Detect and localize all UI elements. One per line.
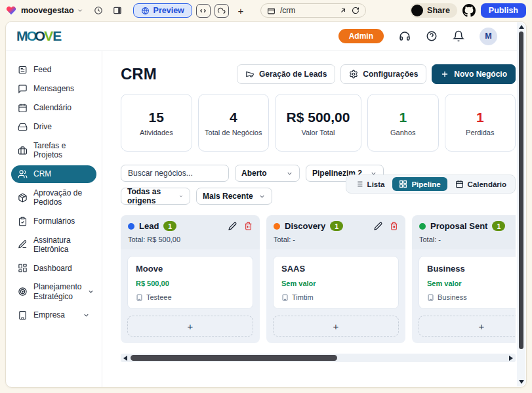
edit-stage-icon[interactable]	[374, 222, 382, 230]
dashboard-icon	[18, 263, 28, 273]
view-list-button[interactable]: Lista	[348, 177, 392, 191]
column-body: Moove R$ 500,00 Testeee +	[121, 249, 260, 343]
building-icon	[427, 294, 434, 301]
sidebar-item-formularios[interactable]: Formulários	[11, 213, 96, 230]
delete-stage-icon[interactable]	[244, 222, 253, 230]
url-path: /crm	[280, 6, 295, 15]
column-header: Discovery 1 Total: -	[266, 215, 405, 249]
sidebar-item-empresa[interactable]: Empresa	[11, 306, 96, 324]
new-deal-button[interactable]: Novo Negócio	[432, 64, 516, 84]
sort-select[interactable]: Mais Recente	[196, 188, 272, 205]
chevron-down-icon	[178, 194, 184, 199]
stat-value: 1	[476, 110, 484, 125]
scroll-down-icon[interactable]	[519, 380, 524, 384]
column-header: Lead 1 Total: R$ 500,00	[121, 215, 260, 249]
share-button[interactable]: Share	[410, 3, 457, 18]
sidebar-item-feed[interactable]: Feed	[11, 61, 96, 79]
sidebar-item-tarefas-projetos[interactable]: Tarefas e Projetos	[11, 137, 96, 164]
calendar-icon	[455, 180, 464, 188]
delete-stage-icon[interactable]	[390, 222, 398, 230]
deal-company-name: Timtim	[292, 293, 314, 301]
building-icon	[136, 294, 143, 301]
status-select[interactable]: Aberto	[235, 165, 300, 182]
deal-card[interactable]: Business Sem valor Business	[419, 256, 516, 309]
clipboard-icon	[18, 217, 28, 226]
new-tab-button[interactable]: +	[235, 5, 247, 16]
stats-row: 15 Atividades 4 Total de Negócios R$ 500…	[121, 94, 516, 152]
project-name: moovegestao	[21, 6, 74, 15]
list-icon	[355, 180, 363, 188]
horizontal-scrollbar[interactable]	[121, 354, 516, 362]
view-calendar-button[interactable]: Calendário	[449, 177, 513, 191]
crm-main: CRM Geração de Leads Configurações Novo …	[102, 51, 526, 387]
refresh-icon[interactable]	[352, 7, 359, 14]
sidebar-item-assinatura-eletronica[interactable]: Assinatura Eletrônica	[11, 232, 96, 259]
vertical-scroll-thumb[interactable]	[519, 31, 523, 349]
add-deal-button[interactable]: +	[419, 316, 516, 337]
url-bar[interactable]: /crm	[260, 3, 366, 18]
stat-label: Atividades	[140, 129, 173, 136]
view-pipeline-button[interactable]: Pipeline	[392, 177, 447, 191]
sidebar-item-dashboard[interactable]: Dashboard	[11, 259, 96, 277]
sidebar-item-crm[interactable]: CRM	[11, 165, 96, 183]
column-body: Business Sem valor Business +	[412, 249, 516, 343]
settings-button[interactable]: Configurações	[340, 64, 426, 84]
user-avatar-initial[interactable]: M	[480, 28, 497, 45]
target-icon	[18, 287, 28, 297]
stat-value: 1	[399, 110, 407, 125]
add-deal-button[interactable]: +	[273, 316, 399, 337]
scroll-right-icon[interactable]	[509, 356, 513, 361]
support-headphones-icon[interactable]	[399, 30, 411, 42]
preview-label: Preview	[153, 6, 184, 15]
sidebar-item-mensagens[interactable]: Mensagens	[11, 80, 96, 98]
builder-top-bar: moovegestao Preview + /crm Share Publish	[0, 0, 532, 21]
cloud-button[interactable]	[215, 4, 229, 18]
settings-label: Configurações	[363, 70, 418, 79]
stat-label: Valor Total	[302, 129, 335, 136]
scroll-left-icon[interactable]	[123, 356, 127, 361]
gear-icon	[349, 70, 358, 79]
project-menu[interactable]: moovegestao	[21, 6, 83, 15]
deal-card[interactable]: Moove R$ 500,00 Testeee	[127, 256, 253, 309]
sidebar-item-drive[interactable]: Drive	[11, 118, 96, 136]
stat-value: 15	[149, 110, 164, 125]
publish-button[interactable]: Publish	[481, 3, 526, 18]
preview-button[interactable]: Preview	[133, 3, 192, 18]
github-icon[interactable]	[462, 4, 476, 17]
search-input[interactable]	[121, 165, 229, 182]
sidebar-item-calendario[interactable]: Calendário	[11, 99, 96, 117]
vertical-scrollbar[interactable]	[517, 22, 525, 386]
pipeline-board: Lead 1 Total: R$ 500,00 Moove R$ 5	[121, 215, 516, 343]
view-pipeline-label: Pipeline	[411, 180, 440, 188]
stage-name: Lead	[139, 221, 159, 231]
chevron-down-icon	[83, 312, 90, 319]
origin-select[interactable]: Todas as origens	[121, 188, 190, 205]
origin-value: Todas as origens	[127, 187, 173, 205]
bell-icon[interactable]	[453, 30, 464, 42]
scroll-up-icon[interactable]	[519, 25, 524, 29]
code-view-button[interactable]	[196, 4, 211, 18]
column-header: Proposal Sent 1 Total: -	[412, 215, 516, 249]
edit-stage-icon[interactable]	[228, 222, 237, 230]
share-label: Share	[427, 6, 450, 15]
stat-card-atividades: 15 Atividades	[121, 94, 192, 152]
panel-toggle-icon[interactable]	[110, 3, 125, 18]
help-icon[interactable]	[426, 30, 438, 42]
lead-generation-button[interactable]: Geração de Leads	[237, 64, 335, 84]
admin-badge: Admin	[338, 29, 384, 43]
open-external-icon[interactable]	[339, 7, 347, 14]
building-icon	[18, 310, 28, 320]
message-icon	[18, 84, 28, 94]
sidebar-item-planejamento-estrategico[interactable]: Planejamento Estratégico	[11, 278, 96, 305]
stat-label: Perdidas	[466, 129, 494, 136]
package-icon	[18, 193, 28, 203]
stage-color-dot	[274, 223, 280, 230]
sidebar-item-aprovacao-pedidos[interactable]: Aprovação de Pedidos	[11, 184, 96, 211]
calendar-icon	[18, 103, 28, 113]
history-icon[interactable]	[91, 3, 106, 18]
horizontal-scroll-thumb[interactable]	[131, 355, 337, 361]
deal-card[interactable]: SAAS Sem valor Timtim	[273, 256, 399, 309]
feed-icon	[18, 65, 28, 75]
add-deal-button[interactable]: +	[127, 316, 253, 337]
stage-count-badge: 1	[330, 221, 343, 231]
